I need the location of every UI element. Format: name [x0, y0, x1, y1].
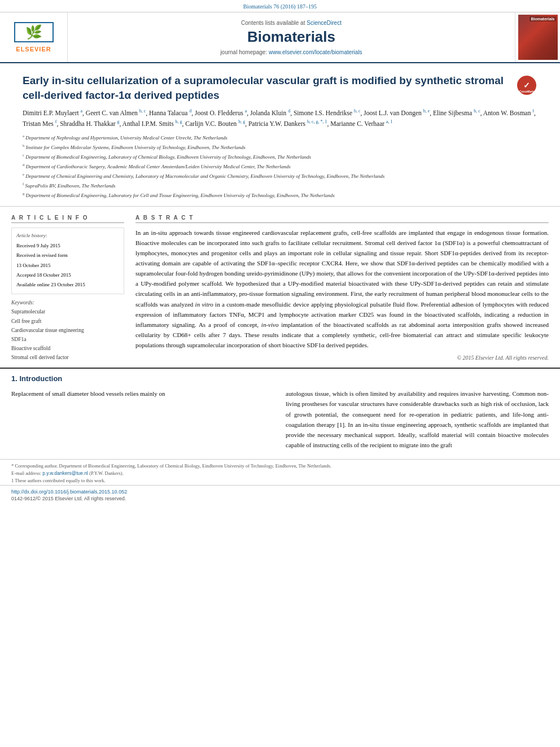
cover-label: Biomaterials	[530, 16, 555, 21]
article-history-box: Article history: Received 9 July 2015 Re…	[11, 228, 124, 295]
journal-url[interactable]: www.elsevier.com/locate/biomaterials	[269, 49, 362, 55]
sciencedirect-link[interactable]: ScienceDirect	[307, 20, 342, 26]
crossmark-icon: ✓ CrossMark	[517, 76, 536, 95]
article-info-column: A R T I C L E I N F O Article history: R…	[11, 215, 124, 362]
elsevier-logo-box: 🌿	[14, 22, 54, 42]
affil-e: e Department of Chemical Engineering and…	[23, 172, 537, 181]
page: Biomaterials 76 (2016) 187–195 🌿 ELSEVIE…	[0, 0, 560, 747]
journal-header: 🌿 ELSEVIER Contents lists available at S…	[0, 12, 560, 63]
intro-left-col: Replacement of small diameter blood vess…	[11, 388, 274, 450]
affil-d: d Department of Cardiothoracic Surgery, …	[23, 162, 537, 171]
history-label: Article history:	[16, 231, 119, 240]
introduction-section: 1. Introduction Replacement of small dia…	[0, 368, 560, 456]
affil-f: f SupraPolix BV, Eindhoven, The Netherla…	[23, 181, 537, 190]
journal-cover: Biomaterials	[515, 12, 560, 62]
intro-right-text: autologous tissue, which is often limite…	[286, 388, 549, 450]
affil-g: g Department of Biomedical Engineering, …	[23, 191, 537, 200]
cover-image: Biomaterials	[518, 15, 558, 60]
equal-contribution-note: 1 These authors contributed equally to t…	[11, 478, 549, 483]
received-date: Received 9 July 2015	[16, 242, 119, 250]
issn-line: 0142-9612/© 2015 Elsevier Ltd. All right…	[11, 496, 549, 501]
doi-link[interactable]: http://dx.doi.org/10.1016/j.biomaterials…	[11, 489, 127, 495]
page-footer: http://dx.doi.org/10.1016/j.biomaterials…	[0, 485, 560, 506]
intro-heading: 1. Introduction	[11, 374, 549, 383]
corresponding-email[interactable]: p.y.w.dankers@tue.nl	[42, 470, 88, 476]
contents-available-text: Contents lists available at ScienceDirec…	[241, 20, 342, 26]
available-online: Available online 23 October 2015	[16, 281, 119, 289]
intro-right-col: autologous tissue, which is often limite…	[286, 388, 549, 450]
crossmark-badge[interactable]: ✓ CrossMark	[517, 76, 537, 96]
corresponding-author-note: * Corresponding author. Department of Bi…	[11, 463, 549, 469]
affil-b: b Institute for Complex Molecular System…	[23, 143, 537, 152]
svg-text:✓: ✓	[523, 81, 530, 90]
affil-a: a Department of Nephrology and Hypertens…	[23, 133, 537, 142]
email-note: E-mail address: p.y.w.dankers@tue.nl (P.…	[11, 470, 549, 476]
keywords-label: Keywords:	[11, 300, 124, 305]
authors-list: Dimitri E.P. Muylaert a, Geert C. van Al…	[23, 108, 537, 129]
elsevier-wordmark: ELSEVIER	[16, 46, 51, 53]
journal-citation: Biomaterials 76 (2016) 187–195	[243, 3, 317, 10]
footnotes: * Corresponding author. Department of Bi…	[0, 459, 560, 483]
article-title: Early in-situ cellularization of a supra…	[23, 73, 511, 102]
journal-citation-bar: Biomaterials 76 (2016) 187–195	[0, 0, 560, 12]
title-row: Early in-situ cellularization of a supra…	[23, 73, 537, 102]
copyright-notice: © 2015 Elsevier Ltd. All rights reserved…	[135, 355, 549, 361]
article-body-top: A R T I C L E I N F O Article history: R…	[0, 207, 560, 368]
article-info-heading: A R T I C L E I N F O	[11, 215, 124, 223]
tree-icon: 🌿	[25, 24, 42, 40]
keywords-section: Keywords: Supramolecular Cell free graft…	[11, 300, 124, 362]
doi-line: http://dx.doi.org/10.1016/j.biomaterials…	[11, 489, 549, 495]
elsevier-logo-section: 🌿 ELSEVIER	[0, 12, 68, 62]
accepted-date: Accepted 18 October 2015	[16, 271, 119, 279]
journal-title-section: Contents lists available at ScienceDirec…	[68, 12, 515, 62]
abstract-text: In an in-situ approach towards tissue en…	[135, 228, 549, 351]
received-revised-date: 13 October 2015	[16, 261, 119, 270]
abstract-heading: A B S T R A C T	[135, 215, 549, 223]
article-header: Early in-situ cellularization of a supra…	[0, 63, 560, 207]
affil-c: c Department of Biomedical Engineering, …	[23, 152, 537, 161]
keywords-list: Supramolecular Cell free graft Cardiovas…	[11, 307, 124, 362]
intro-two-col: Replacement of small diameter blood vess…	[11, 388, 549, 450]
svg-text:CrossMark: CrossMark	[519, 90, 534, 93]
affiliations-list: a Department of Nephrology and Hypertens…	[23, 133, 537, 200]
received-revised-label: Received in revised form	[16, 251, 119, 260]
abstract-column: A B S T R A C T In an in-situ approach t…	[135, 215, 549, 362]
journal-homepage: journal homepage: www.elsevier.com/locat…	[220, 49, 362, 55]
journal-title: Biomaterials	[247, 28, 335, 46]
intro-left-text: Replacement of small diameter blood vess…	[11, 388, 274, 399]
